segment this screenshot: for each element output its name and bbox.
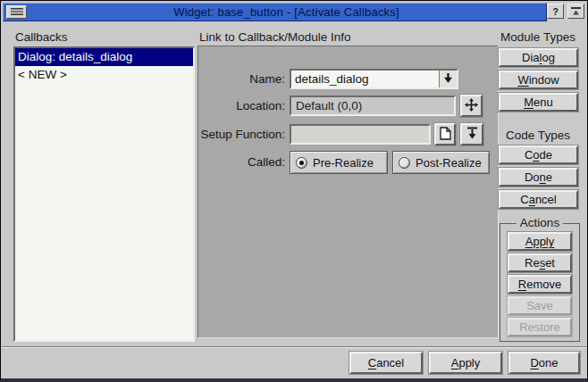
new-file-icon [440,127,451,143]
window-menu-icon [11,5,23,19]
name-combo [290,69,458,89]
apply-button[interactable]: Apply [429,352,502,374]
name-dropdown-button[interactable] [439,71,457,87]
cancel-button[interactable]: Cancel [349,352,423,374]
window-title: Widget: base_button - [Activate Callback… [27,5,546,19]
shade-button[interactable] [567,4,584,19]
code-types-heading: Code Types [498,129,578,142]
action-remove-button[interactable]: Remove [508,275,572,294]
radio-icon [399,157,410,169]
action-apply-button[interactable]: Apply [508,232,572,251]
code-type-cancel-button[interactable]: Cancel [499,190,578,209]
shade-icon [571,6,581,17]
actions-heading: Actions [517,216,563,229]
called-label: Called: [198,155,285,169]
name-input[interactable] [291,71,439,87]
radio-icon [296,157,307,169]
chevron-down-icon [444,72,452,86]
down-arrow-from-bar-icon [466,127,478,142]
post-realize-label: Post-Realize [416,156,482,170]
pre-realize-toggle[interactable]: Pre-Realize [290,151,388,174]
action-save-button[interactable]: Save [508,296,572,315]
titlebar-buttons: ? [547,4,584,19]
action-reset-button[interactable]: Reset [508,253,572,272]
list-item[interactable]: < NEW > [15,66,193,84]
module-type-menu-button[interactable]: Menu [499,93,578,112]
callbacks-list: Dialog: details_dialog < NEW > [13,46,195,342]
setup-function-input[interactable] [290,124,431,145]
action-restore-button[interactable]: Restore [508,318,572,336]
place-bottom-button[interactable] [460,123,483,145]
pre-realize-label: Pre-Realize [313,156,374,170]
setup-function-label: Setup Function: [198,128,285,141]
location-label: Location: [198,99,285,112]
window-menu-button[interactable] [6,5,27,19]
callbacks-heading: Callbacks [15,30,68,44]
move-location-button[interactable] [460,95,483,117]
code-type-done-button[interactable]: Done [499,168,578,187]
post-realize-toggle[interactable]: Post-Realize [392,151,490,174]
resize-corner[interactable] [580,378,587,382]
footer-separator [1,346,587,348]
module-types-heading: Module Types [498,30,578,44]
dialog-window: Widget: base_button - [Activate Callback… [0,0,588,382]
new-function-button[interactable] [434,123,456,145]
list-item[interactable]: Dialog: details_dialog [15,48,193,66]
form-heading: Link to Callback/Module Info [199,30,351,44]
name-label: Name: [198,72,285,86]
module-type-window-button[interactable]: Window [499,71,578,89]
done-button[interactable]: Done [508,352,580,374]
code-type-code-button[interactable]: Code [499,145,578,164]
location-value: Default (0,0) [290,96,456,116]
titlebar: Widget: base_button - [Activate Callback… [3,3,547,21]
help-button[interactable]: ? [547,4,564,19]
move-icon [465,98,478,114]
callback-info-panel: Name: Location: Default (0,0) Setup Func… [197,46,499,338]
module-type-dialog-button[interactable]: Dialog [499,48,578,67]
